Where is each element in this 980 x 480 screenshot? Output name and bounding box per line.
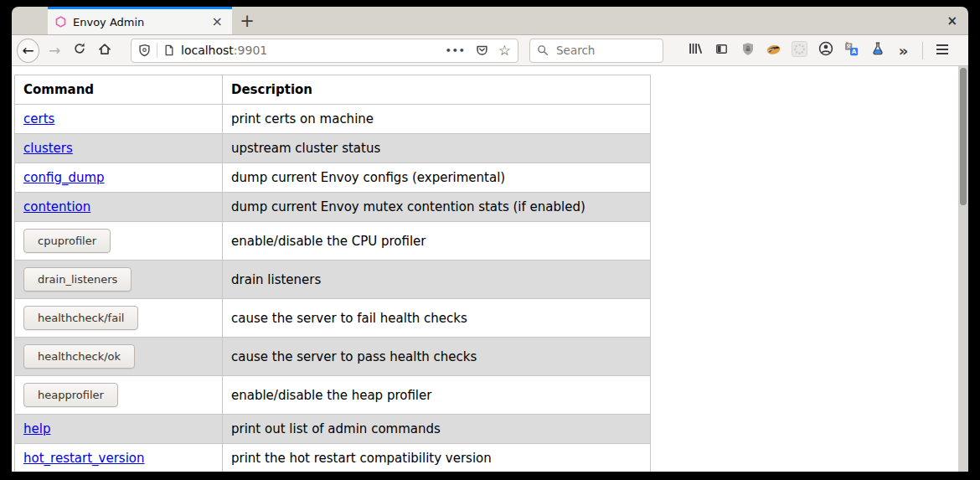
sidebar-icon <box>714 43 729 59</box>
envoy-favicon-icon <box>55 16 66 28</box>
command-cell: help <box>15 415 223 444</box>
url-port: :9901 <box>234 44 267 57</box>
command-link[interactable]: help <box>23 421 50 436</box>
command-button[interactable]: drain_listeners <box>23 267 132 292</box>
command-link[interactable]: clusters <box>23 141 73 156</box>
tab-title: Envoy Admin <box>73 16 210 28</box>
table-row: contentiondump current Envoy mutex conte… <box>15 193 651 222</box>
menu-button[interactable] <box>929 38 955 63</box>
table-row: cpuprofilerenable/disable the CPU profil… <box>15 222 651 261</box>
toolbar-icons: A » <box>683 38 916 63</box>
description-cell: print out list of admin commands <box>223 415 651 444</box>
command-cell: healthcheck/ok <box>15 338 223 376</box>
library-icon <box>688 42 704 59</box>
command-cell: clusters <box>15 134 223 163</box>
urlbar-divider <box>157 43 157 58</box>
flask-button[interactable] <box>864 38 890 63</box>
command-link[interactable]: contention <box>23 199 90 214</box>
forward-button[interactable]: → <box>42 38 67 63</box>
command-cell: heapprofiler <box>15 376 223 415</box>
toolbar-separator <box>922 42 923 59</box>
pocket-icon[interactable] <box>475 44 489 57</box>
new-tab-button[interactable]: + <box>232 7 262 34</box>
description-cell: enable/disable the heap profiler <box>223 376 651 415</box>
table-row: hot_restart_versionprint the hot restart… <box>15 444 651 472</box>
page-content: Command Description certsprint certs on … <box>12 66 968 472</box>
table-row: clustersupstream cluster status <box>15 134 651 163</box>
table-row: healthcheck/failcause the server to fail… <box>15 299 651 338</box>
sidebar-button[interactable] <box>709 38 735 63</box>
description-cell: cause the server to fail health checks <box>223 299 651 338</box>
back-button[interactable]: ← <box>17 38 42 63</box>
forward-icon: → <box>49 42 60 59</box>
table-row: heapprofilerenable/disable the heap prof… <box>15 376 651 415</box>
shield-lock-icon <box>741 42 755 59</box>
command-cell: config_dump <box>15 163 223 193</box>
description-cell: print certs on machine <box>223 105 651 134</box>
search-bar[interactable] <box>529 39 663 63</box>
flask-icon <box>871 41 885 59</box>
window-close-icon[interactable]: × <box>946 7 957 34</box>
table-row: helpprint out list of admin commands <box>15 415 651 444</box>
description-cell: print the hot restart compatibility vers… <box>223 444 651 472</box>
command-button[interactable]: healthcheck/fail <box>23 306 138 330</box>
tab-close-icon[interactable]: × <box>210 15 224 28</box>
translate-icon: A <box>844 42 859 59</box>
scrollbar-thumb[interactable] <box>960 68 967 205</box>
search-input[interactable] <box>554 43 656 58</box>
description-cell: dump current Envoy mutex contention stat… <box>223 193 651 222</box>
menu-hamburger-icon <box>936 43 949 59</box>
reload-icon <box>73 42 86 59</box>
tab-bar: Envoy Admin × + × <box>12 7 968 35</box>
command-header: Command <box>15 75 223 105</box>
command-button[interactable]: cpuprofiler <box>23 229 111 253</box>
shield-lock-button[interactable] <box>735 38 761 63</box>
description-header: Description <box>223 75 651 105</box>
description-cell: upstream cluster status <box>223 134 651 163</box>
command-link[interactable]: certs <box>23 111 54 126</box>
command-cell: hot_restart_version <box>15 444 223 472</box>
command-link[interactable]: hot_restart_version <box>23 451 145 466</box>
command-cell: drain_listeners <box>15 261 223 299</box>
command-button[interactable]: heapprofiler <box>23 383 118 407</box>
description-cell: cause the server to pass health checks <box>223 338 651 376</box>
table-row: drain_listenersdrain listeners <box>15 261 651 299</box>
tracking-protection-shield-icon[interactable] <box>138 44 151 57</box>
reload-button[interactable] <box>67 38 92 63</box>
svg-text:A: A <box>852 47 857 54</box>
description-cell: drain listeners <box>223 261 651 299</box>
browser-window: Envoy Admin × + × ← → <box>12 7 968 473</box>
command-cell: cpuprofiler <box>15 222 223 261</box>
overflow-button[interactable]: » <box>890 38 916 63</box>
table-row: healthcheck/okcause the server to pass h… <box>15 338 651 376</box>
url-host: localhost <box>181 44 234 57</box>
table-header-row: Command Description <box>15 75 651 105</box>
command-cell: certs <box>15 105 223 134</box>
command-link[interactable]: config_dump <box>23 170 105 185</box>
command-cell: contention <box>15 193 223 222</box>
privacy-badger-button[interactable] <box>761 38 787 63</box>
translate-button[interactable]: A <box>838 38 864 63</box>
page-actions-icon[interactable]: ••• <box>446 45 466 56</box>
privacy-badger-icon <box>766 42 781 59</box>
command-button[interactable]: healthcheck/ok <box>23 344 135 369</box>
overflow-chevron-icon: » <box>899 42 909 59</box>
extension-grid-icon <box>792 41 807 60</box>
description-cell: enable/disable the CPU profiler <box>223 222 651 261</box>
home-icon <box>97 42 112 59</box>
library-button[interactable] <box>683 38 709 63</box>
extension-grid-button[interactable] <box>787 38 812 63</box>
bookmark-star-icon[interactable]: ☆ <box>498 44 511 58</box>
url-bar[interactable]: localhost:9901 ••• ☆ <box>131 39 518 63</box>
search-icon <box>537 44 549 56</box>
command-table: Command Description certsprint certs on … <box>14 75 651 472</box>
url-text[interactable]: localhost:9901 <box>181 44 446 57</box>
navigation-toolbar: ← → localhost:9901 ••• <box>12 35 968 66</box>
page-icon[interactable] <box>163 44 175 57</box>
account-button[interactable] <box>812 38 838 63</box>
home-button[interactable] <box>92 38 117 63</box>
tab-envoy-admin[interactable]: Envoy Admin × <box>48 7 232 34</box>
vertical-scrollbar[interactable] <box>958 66 968 472</box>
table-row: config_dumpdump current Envoy configs (e… <box>15 163 651 193</box>
table-row: certsprint certs on machine <box>15 105 651 134</box>
